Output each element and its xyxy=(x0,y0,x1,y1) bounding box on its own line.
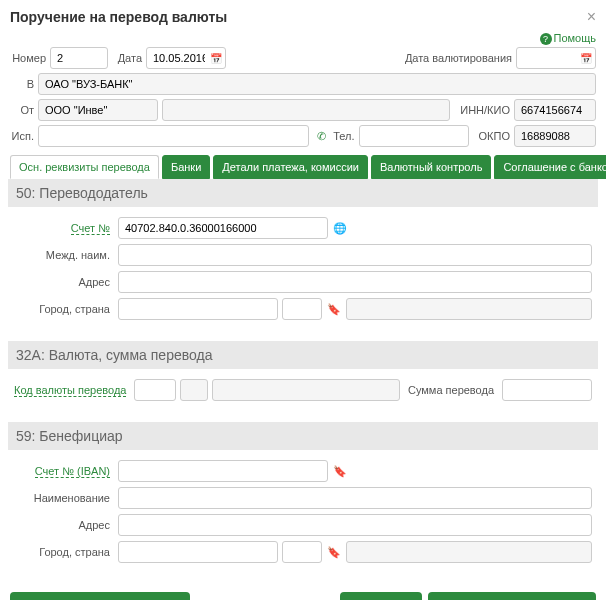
sec32a-currency-name-input[interactable] xyxy=(212,379,399,401)
sec59-account-label[interactable]: Счет № (IBAN) xyxy=(14,465,114,477)
tel-label: Тел. xyxy=(333,130,354,142)
lookup-icon[interactable]: 🔖 xyxy=(332,463,348,479)
tab-payment-details[interactable]: Детали платежа, комиссии xyxy=(213,155,368,179)
lookup-icon[interactable]: 🔖 xyxy=(326,301,342,317)
lookup-icon[interactable]: 🔖 xyxy=(326,544,342,560)
date-label: Дата xyxy=(112,52,142,64)
sec50-address-input[interactable] xyxy=(118,271,592,293)
help-icon: ? xyxy=(540,33,552,45)
to-input[interactable] xyxy=(38,73,596,95)
number-input[interactable] xyxy=(50,47,108,69)
sec59-country-code-input[interactable] xyxy=(282,541,322,563)
phone-icon[interactable]: ✆ xyxy=(313,128,329,144)
from-label: От xyxy=(10,104,34,116)
sec50-intname-label: Межд. наим. xyxy=(14,249,114,261)
sec50-account-label[interactable]: Счет № xyxy=(14,222,114,234)
from-extra-input[interactable] xyxy=(162,99,450,121)
close-icon[interactable]: × xyxy=(587,8,596,26)
tab-banks[interactable]: Банки xyxy=(162,155,210,179)
sec59-address-input[interactable] xyxy=(118,514,592,536)
section-50-header: 50: Перевододатель xyxy=(8,179,598,207)
tel-input[interactable] xyxy=(359,125,469,147)
okpo-label: ОКПО xyxy=(479,130,510,142)
isp-input[interactable] xyxy=(38,125,309,147)
value-date-input[interactable] xyxy=(516,47,596,69)
date-input[interactable] xyxy=(146,47,226,69)
inn-kio-input[interactable] xyxy=(514,99,596,121)
sec59-country-input[interactable] xyxy=(346,541,592,563)
globe-icon[interactable]: 🌐 xyxy=(332,220,348,236)
section-59-header: 59: Бенефициар xyxy=(8,422,598,450)
sec59-address-label: Адрес xyxy=(14,519,114,531)
sec50-city-input[interactable] xyxy=(118,298,278,320)
sign-send-button[interactable]: ПОДПИСАТЬ И ОТПРАВИТЬ xyxy=(10,592,190,600)
sec59-name-label: Наименование xyxy=(14,492,114,504)
save-and-new-button[interactable]: Сохранить и создать новое xyxy=(428,592,596,600)
sec59-account-input[interactable] xyxy=(118,460,328,482)
sec32a-currency-code-input[interactable] xyxy=(134,379,176,401)
sec32a-amount-label: Сумма перевода xyxy=(408,384,494,396)
dialog-title: Поручение на перевод валюты xyxy=(10,9,227,25)
sec50-country-input[interactable] xyxy=(346,298,592,320)
sec32a-currency-label[interactable]: Код валюты перевода xyxy=(14,384,126,397)
sec50-address-label: Адрес xyxy=(14,276,114,288)
to-label: В xyxy=(10,78,34,90)
value-date-label: Дата валютирования xyxy=(405,52,512,64)
save-button[interactable]: Сохранить xyxy=(340,592,423,600)
inn-kio-label: ИНН/КИО xyxy=(460,104,510,116)
sec50-country-code-input[interactable] xyxy=(282,298,322,320)
tabs: Осн. реквизиты перевода Банки Детали пла… xyxy=(10,155,596,179)
okpo-input[interactable] xyxy=(514,125,596,147)
tab-main-details[interactable]: Осн. реквизиты перевода xyxy=(10,155,159,179)
tab-agreement[interactable]: Соглашение с банком xyxy=(494,155,606,179)
sec59-city-country-label: Город, страна xyxy=(14,546,114,558)
sec59-city-input[interactable] xyxy=(118,541,278,563)
sec50-city-country-label: Город, страна xyxy=(14,303,114,315)
tab-currency-control[interactable]: Валютный контроль xyxy=(371,155,491,179)
sec59-name-input[interactable] xyxy=(118,487,592,509)
from-input[interactable] xyxy=(38,99,158,121)
sec50-account-input[interactable] xyxy=(118,217,328,239)
section-32a-header: 32A: Валюта, сумма перевода xyxy=(8,341,598,369)
sec32a-amount-input[interactable] xyxy=(502,379,592,401)
sec50-intname-input[interactable] xyxy=(118,244,592,266)
number-label: Номер xyxy=(10,52,46,64)
help-label: Помощь xyxy=(554,32,597,44)
help-link[interactable]: ?Помощь xyxy=(540,32,597,44)
isp-label: Исп. xyxy=(10,130,34,142)
sec32a-currency-short-input[interactable] xyxy=(180,379,208,401)
